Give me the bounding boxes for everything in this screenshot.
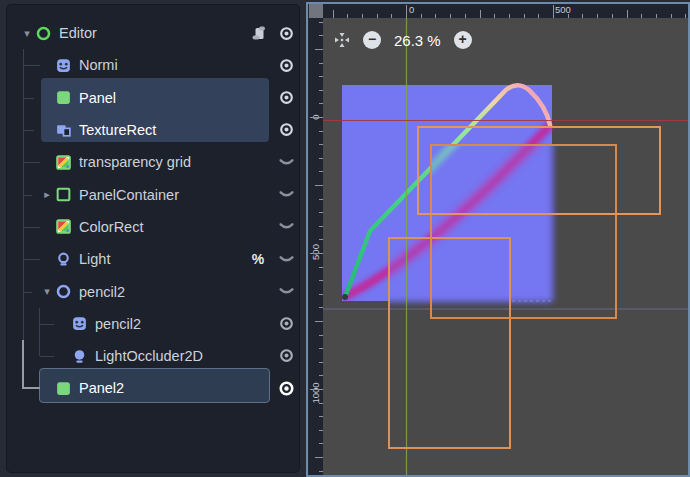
node-label: Panel [79, 90, 116, 106]
tree-row-light[interactable]: Light % [15, 243, 303, 275]
tree-row-lightoccluder2d[interactable]: LightOccluder2D [15, 340, 303, 372]
node-label: pencil2 [95, 316, 141, 332]
panel-icon [55, 380, 72, 397]
collapse-arrow-icon[interactable]: ▾ [19, 27, 35, 40]
ruler-tick [310, 389, 323, 390]
scene-tree-rows: ▾ Editor Normi [15, 17, 303, 405]
node-label: transparency grid [79, 154, 191, 170]
node2d-ring-icon [55, 283, 72, 300]
node2d-green-ring-icon [35, 25, 52, 42]
tree-row-texturerect[interactable]: TextureRect [15, 114, 303, 146]
scene-render [323, 18, 688, 475]
panel-container-icon [55, 186, 72, 203]
ruler-corner-box [309, 4, 323, 18]
zoom-in-button[interactable]: + [454, 31, 472, 49]
node-label: LightOccluder2D [95, 348, 203, 364]
tree-row-pencil2-sprite[interactable]: pencil2 [15, 308, 303, 340]
tree-row-pencil2[interactable]: ▾ pencil2 [15, 275, 303, 307]
visibility-hidden-toggle-icon[interactable] [275, 216, 297, 238]
visibility-toggle-icon[interactable] [275, 87, 297, 109]
light-occluder-icon [71, 348, 88, 365]
tree-row-colorrect[interactable]: ColorRect [15, 211, 303, 243]
ruler-tick [315, 49, 323, 50]
ruler-tick [315, 321, 323, 322]
texture-rect-icon [55, 122, 72, 139]
ruler-tick [480, 10, 481, 18]
panel-icon [55, 89, 72, 106]
tree-row-panelcontainer[interactable]: ▸ PanelContainer [15, 178, 303, 210]
visibility-toggle-icon[interactable] [275, 313, 297, 335]
collapse-arrow-icon[interactable]: ▾ [39, 285, 55, 298]
visibility-toggle-icon[interactable] [275, 22, 297, 44]
color-rect-icon [55, 218, 72, 235]
node-label: Editor [59, 25, 97, 41]
ruler-tick [406, 5, 407, 18]
color-rect-icon [55, 154, 72, 171]
zoom-level-value[interactable]: 26.3 % [394, 32, 441, 49]
ruler-tick [627, 10, 628, 18]
scene-tree-panel: ▾ Editor Normi [6, 4, 300, 473]
zoom-toolbar: − 26.3 % + [334, 31, 472, 49]
node-label: PanelContainer [79, 187, 179, 203]
ruler-label: 500 [310, 236, 322, 268]
ruler-tick [315, 457, 323, 458]
tree-row-panel2[interactable]: Panel2 [15, 372, 303, 404]
expand-arrow-icon[interactable]: ▸ [39, 188, 55, 201]
visibility-toggle-icon[interactable] [275, 345, 297, 367]
tree-row-normi[interactable]: Normi [15, 49, 303, 81]
tree-row-panel[interactable]: Panel [15, 82, 303, 114]
node-label: pencil2 [79, 284, 125, 300]
node-label: Normi [79, 57, 118, 73]
visibility-toggle-icon[interactable] [275, 119, 297, 141]
zoom-out-button[interactable]: − [363, 31, 381, 49]
godot-editor-window: { "scene_tree": { "rows": [ {"label":"Ed… [0, 0, 690, 477]
sprite-face-icon [55, 57, 72, 74]
visibility-hidden-toggle-icon[interactable] [275, 151, 297, 173]
ruler-tick [310, 117, 323, 118]
visibility-toggle-icon[interactable] [275, 54, 297, 76]
ruler-tick [310, 253, 323, 254]
node-label: Panel2 [79, 380, 124, 396]
horizontal-ruler[interactable]: 0 500 [323, 4, 688, 18]
tree-row-transparency-grid[interactable]: transparency grid [15, 146, 303, 178]
script-icon[interactable] [247, 22, 269, 44]
ruler-tick [553, 5, 554, 18]
ruler-label: 1000 [310, 377, 322, 409]
tree-row-editor[interactable]: ▾ Editor [15, 17, 303, 49]
ruler-tick [315, 185, 323, 186]
node-label: ColorRect [79, 219, 143, 235]
visibility-hidden-toggle-icon[interactable] [275, 183, 297, 205]
center-view-icon[interactable] [334, 32, 350, 48]
node-label: TextureRect [79, 122, 156, 138]
visibility-hidden-toggle-icon[interactable] [275, 280, 297, 302]
visibility-hidden-toggle-icon[interactable] [275, 248, 297, 270]
ruler-tick [333, 10, 334, 18]
sprite-face-icon [71, 315, 88, 332]
viewport-canvas[interactable]: − 26.3 % + [323, 18, 688, 475]
light-bulb-icon [55, 251, 72, 268]
vertical-ruler[interactable]: 0 500 1000 [309, 18, 323, 475]
blend-percent-badge: % [247, 248, 269, 270]
ruler-label: 0 [409, 4, 414, 15]
visibility-toggle-icon[interactable] [275, 377, 297, 399]
node-label: Light [79, 251, 110, 267]
